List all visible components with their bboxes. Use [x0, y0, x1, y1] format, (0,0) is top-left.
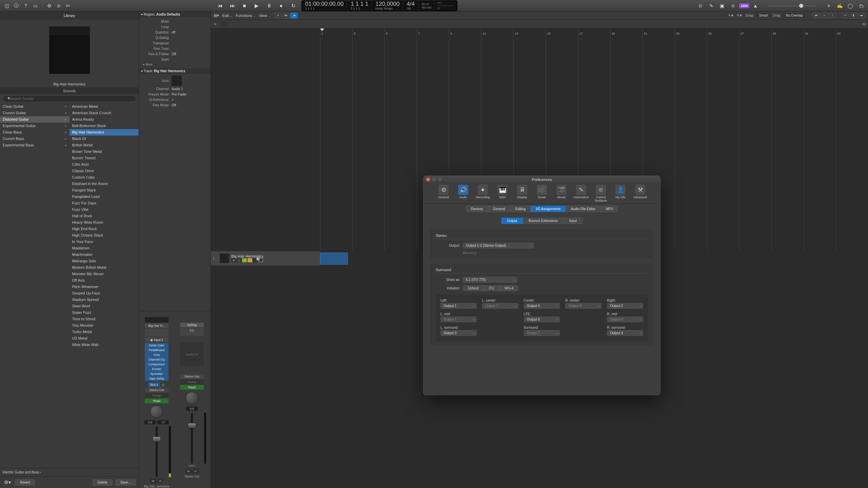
- mute-button[interactable]: M: [185, 469, 192, 473]
- automation-mode[interactable]: Read: [145, 399, 169, 403]
- drag-select[interactable]: No Overlap: [783, 13, 806, 18]
- eq-slot[interactable]: EQ: [180, 328, 204, 336]
- catch-icon[interactable]: ⇥: [290, 13, 298, 19]
- zoom-v-icon[interactable]: ↕: [829, 13, 836, 19]
- region-section[interactable]: ▾ Region: Audio Defaults: [139, 12, 211, 17]
- toolbar-icon[interactable]: ▭: [31, 2, 39, 9]
- solo-button[interactable]: S: [237, 258, 241, 262]
- prefs-tab-my-info[interactable]: 👤My Info: [611, 185, 630, 199]
- track-icon[interactable]: [220, 253, 229, 263]
- patch-item[interactable]: Brown Tone Metal: [70, 148, 139, 155]
- patch-item[interactable]: Hall of Rock: [70, 213, 139, 219]
- group-slot[interactable]: Group: [145, 393, 169, 398]
- patch-item[interactable]: Matchmaker: [70, 251, 139, 258]
- patch-item[interactable]: In Your Face: [70, 239, 139, 245]
- patch-item[interactable]: Souped Up Face: [70, 290, 139, 297]
- stereo-output-select[interactable]: Output 1-2 (Stereo Output): [463, 243, 534, 248]
- pan-knob[interactable]: [150, 405, 163, 418]
- patch-item[interactable]: Turbo Metal: [70, 329, 139, 335]
- init-wg-4[interactable]: WG-4: [499, 285, 518, 291]
- category-item[interactable]: Crunch Bass▸: [0, 136, 70, 142]
- patch-item[interactable]: Fuzz Vibe: [70, 206, 139, 213]
- rewind-button[interactable]: ⏮: [215, 2, 225, 9]
- patch-item[interactable]: Custom Cabs: [70, 174, 139, 181]
- patch-item[interactable]: High Octane Stack: [70, 232, 139, 239]
- snap-select[interactable]: Smart: [756, 13, 771, 18]
- search-sounds[interactable]: [3, 96, 136, 102]
- pan-knob[interactable]: [185, 392, 198, 405]
- patch-item[interactable]: Heavy Wide Room: [70, 219, 139, 226]
- tab-devices[interactable]: Devices: [466, 206, 488, 212]
- category-item[interactable]: Experimental Bass▸: [0, 142, 70, 148]
- track-color-swatch[interactable]: [145, 317, 169, 323]
- tempo[interactable]: 120,0000: [375, 1, 399, 7]
- category-item[interactable]: Crunch Guitar▸: [0, 110, 70, 116]
- prefs-tab-control-surfaces[interactable]: ⎚Control Surfaces: [591, 185, 610, 202]
- save-button[interactable]: Save...: [115, 479, 136, 486]
- init-default[interactable]: Default: [463, 285, 484, 291]
- prefs-tab-audio[interactable]: 🔊Audio: [454, 185, 473, 199]
- automation-icon[interactable]: ↗: [274, 13, 281, 19]
- loops-icon[interactable]: ◯: [846, 2, 854, 9]
- revert-button[interactable]: Revert: [15, 479, 35, 486]
- patches-column[interactable]: American MetalAmerican Stack CrunchArena…: [70, 103, 139, 468]
- patch-item[interactable]: Flanged Stack: [70, 187, 139, 194]
- list-editors-icon[interactable]: ≡: [825, 2, 833, 9]
- patch-item[interactable]: US Metal: [70, 335, 139, 342]
- insert-slot[interactable]: Exciter: [145, 367, 169, 371]
- prefs-tab-midi[interactable]: 🎹MIDI: [493, 185, 512, 199]
- alt-tool[interactable]: ↖▾: [737, 13, 742, 18]
- solo-button[interactable]: S: [157, 479, 163, 483]
- timecode[interactable]: 01:00:00:00.00: [305, 1, 343, 7]
- prefs-tab-score[interactable]: 🎼Score: [532, 185, 551, 199]
- volume-fader[interactable]: [191, 413, 193, 464]
- patch-item[interactable]: High End Rock: [70, 226, 139, 232]
- tab-i-o-assignments[interactable]: I/O Assignments: [531, 206, 566, 212]
- delete-button[interactable]: Delete: [93, 479, 113, 486]
- mute-button[interactable]: M: [150, 479, 156, 483]
- patch-item[interactable]: Off Axis: [70, 277, 139, 284]
- patch-item[interactable]: Pitch Whammer: [70, 284, 139, 290]
- patch-item[interactable]: Super Fuzz: [70, 309, 139, 316]
- patch-item[interactable]: British Metal: [70, 142, 139, 148]
- right-output[interactable]: Output 2: [607, 303, 643, 309]
- prefs-tab-automation[interactable]: ✎Automation: [572, 185, 591, 199]
- prefs-tab-movie[interactable]: 🎬Movie: [552, 185, 571, 199]
- audiofx-slot[interactable]: Audio FX: [180, 342, 204, 366]
- playhead[interactable]: [320, 28, 324, 31]
- patch-item[interactable]: Fuzz For Days: [70, 200, 139, 206]
- tab-audio-file-editor[interactable]: Audio File Editor: [566, 206, 600, 212]
- category-item[interactable]: Distorted Guitar▸: [0, 116, 70, 123]
- patch-item[interactable]: Maelstrom: [70, 245, 139, 251]
- preferences-title[interactable]: Preferences: [423, 176, 660, 183]
- input-slot[interactable]: ◉ Input 2: [145, 338, 169, 342]
- rcenter-output[interactable]: Output 8: [565, 303, 601, 309]
- sounds-tab[interactable]: Sounds: [0, 87, 139, 94]
- zoom-h-icon[interactable]: ↔: [821, 13, 828, 19]
- view-menu[interactable]: View: [259, 14, 271, 18]
- input-monitor[interactable]: I: [248, 258, 252, 262]
- sync-icon[interactable]: ⎋: [729, 2, 737, 9]
- setting-slot[interactable]: Setting: [180, 323, 204, 327]
- autopunch-icon[interactable]: ✎: [707, 2, 715, 9]
- mute-button[interactable]: M: [231, 258, 236, 262]
- category-item[interactable]: Experimental Guitar▸: [0, 123, 70, 129]
- patch-item[interactable]: American Metal: [70, 103, 139, 110]
- patch-item[interactable]: Classic Drive: [70, 168, 139, 174]
- patch-item[interactable]: Time to Shred: [70, 316, 139, 322]
- solo-icon[interactable]: ▣: [718, 2, 726, 9]
- track-header[interactable]: 1 Big Hair Harmonics M S R I: [211, 251, 320, 266]
- quickhelp-icon[interactable]: ?: [22, 2, 30, 9]
- signature[interactable]: 4/4: [407, 1, 415, 7]
- automation-mode[interactable]: Read: [180, 385, 204, 390]
- prefs-tab-recording[interactable]: ●Recording: [473, 185, 492, 199]
- subtab-output[interactable]: Output: [501, 218, 523, 224]
- patch-item[interactable]: Bell-Bottomed Stack: [70, 123, 139, 129]
- pause-button[interactable]: ⏸: [264, 2, 274, 9]
- patch-item[interactable]: Burnin' Tweed: [70, 155, 139, 161]
- patch-item[interactable]: Midrange Solo: [70, 258, 139, 264]
- group-slot[interactable]: Group: [180, 380, 204, 384]
- track-volume-slider[interactable]: [253, 258, 258, 262]
- send-bus[interactable]: Bus 1: [148, 382, 160, 387]
- link-icon[interactable]: ⇄: [812, 13, 820, 19]
